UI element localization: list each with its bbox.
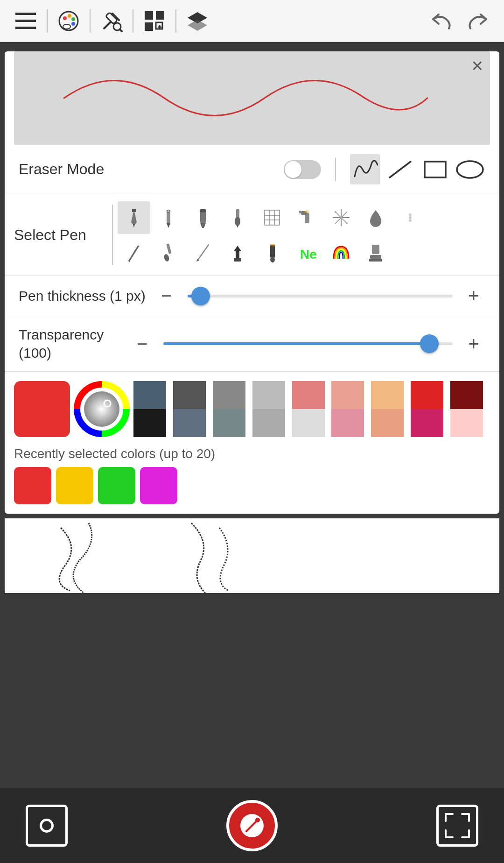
swatch-0-1[interactable]: [173, 381, 206, 409]
undo-button[interactable]: [425, 5, 457, 37]
canvas-area[interactable]: [5, 518, 499, 593]
pen-scroll-right[interactable]: [394, 201, 427, 234]
svg-point-54: [409, 213, 412, 216]
pen-tool-15[interactable]: Ne: [290, 236, 323, 269]
transparency-slider-track[interactable]: [163, 342, 453, 345]
ellipse-tool[interactable]: [455, 154, 485, 184]
svg-line-13: [120, 29, 122, 31]
layers-button[interactable]: [181, 5, 214, 37]
tools-button[interactable]: [95, 5, 128, 37]
swatch-0-6[interactable]: [371, 381, 404, 409]
pen-tool-1[interactable]: [118, 201, 150, 234]
current-color-swatch[interactable]: [14, 381, 70, 437]
svg-text:up: up: [270, 243, 275, 247]
close-button[interactable]: ×: [471, 56, 483, 76]
pen-tool-10[interactable]: [118, 236, 150, 269]
swatch-1-3[interactable]: [252, 409, 285, 437]
pen-tool-6[interactable]: up: [290, 201, 323, 234]
color-palette-row: [14, 381, 490, 437]
svg-rect-1: [15, 20, 36, 22]
squiggle-tool[interactable]: [350, 154, 380, 184]
recent-color-2[interactable]: [98, 467, 135, 504]
line-tool[interactable]: [385, 154, 415, 184]
svg-rect-2: [15, 27, 36, 29]
thickness-minus-button[interactable]: −: [155, 285, 178, 306]
svg-marker-37: [237, 225, 238, 228]
pen-tool-7[interactable]: [325, 201, 357, 234]
svg-point-51: [340, 216, 343, 219]
pen-tool-2[interactable]: [152, 201, 185, 234]
transparency-minus-button[interactable]: −: [131, 333, 154, 354]
svg-point-5: [68, 14, 71, 18]
recent-color-3[interactable]: [140, 467, 177, 504]
pen-tool-8[interactable]: [359, 201, 392, 234]
menu-button[interactable]: [9, 5, 42, 37]
svg-line-9: [104, 22, 111, 28]
pen-tool-12[interactable]: [187, 236, 219, 269]
thickness-slider-track[interactable]: [188, 295, 453, 297]
svg-marker-58: [128, 261, 130, 262]
pen-tool-14[interactable]: up: [256, 236, 288, 269]
pen-tool-5[interactable]: [256, 201, 288, 234]
thickness-plus-button[interactable]: +: [462, 285, 485, 306]
svg-rect-23: [425, 162, 446, 177]
svg-line-77: [246, 820, 258, 831]
transparency-plus-button[interactable]: +: [462, 333, 485, 354]
swatch-0-3[interactable]: [252, 381, 285, 409]
thickness-slider-thumb[interactable]: [191, 287, 210, 305]
recent-color-1[interactable]: [56, 467, 93, 504]
eraser-toggle[interactable]: [284, 160, 321, 179]
swatch-1-1[interactable]: [173, 409, 206, 437]
recently-selected-section: Recently selected colors (up to 20): [5, 442, 499, 514]
pen-tool-16[interactable]: [325, 236, 357, 269]
pen-tool-18: [394, 236, 427, 269]
swatch-0-2[interactable]: [213, 381, 245, 409]
pen-tool-13[interactable]: [221, 236, 254, 269]
svg-point-8: [63, 24, 70, 29]
capture-button[interactable]: [23, 802, 70, 849]
recently-selected-label: Recently selected colors (up to 20): [14, 446, 490, 461]
swatch-1-5[interactable]: [331, 409, 364, 437]
swatch-1-0[interactable]: [133, 409, 166, 437]
swatch-1-6[interactable]: [371, 409, 404, 437]
divider-4: [175, 9, 176, 33]
transparency-slider-thumb[interactable]: [420, 334, 439, 353]
dark-background: [0, 593, 504, 771]
svg-rect-70: [372, 245, 379, 254]
svg-rect-26: [132, 209, 136, 212]
redo-button[interactable]: [462, 5, 495, 37]
swatch-1-4[interactable]: [292, 409, 325, 437]
recent-color-0[interactable]: [14, 467, 51, 504]
swatch-0-7[interactable]: [411, 381, 443, 409]
palette-button[interactable]: [52, 5, 85, 37]
thickness-label: Pen thickness (1 px): [19, 288, 146, 304]
svg-line-61: [197, 245, 209, 261]
svg-point-45: [299, 211, 301, 213]
svg-line-22: [390, 162, 411, 177]
expand-button[interactable]: [434, 802, 481, 849]
swatch-0-4[interactable]: [292, 381, 325, 409]
svg-rect-71: [370, 255, 381, 259]
top-toolbar: [0, 0, 504, 42]
main-action-button[interactable]: [226, 800, 278, 851]
select-pen-row: Select Pen: [5, 194, 499, 276]
svg-point-60: [163, 254, 170, 262]
main-action-icon: [240, 814, 264, 837]
color-wheel-button[interactable]: [74, 381, 130, 437]
pen-tool-4[interactable]: [221, 201, 254, 234]
swatch-0-0[interactable]: [133, 381, 166, 409]
pen-tool-17[interactable]: [359, 236, 392, 269]
swatch-0-5[interactable]: [331, 381, 364, 409]
grid-button[interactable]: [138, 5, 171, 37]
swatch-1-2[interactable]: [213, 409, 245, 437]
swatch-0-8[interactable]: [450, 381, 483, 409]
svg-point-75: [84, 391, 119, 427]
recent-colors-row: [14, 467, 490, 504]
swatch-1-8[interactable]: [450, 409, 483, 437]
svg-rect-14: [145, 11, 153, 20]
rectangle-tool[interactable]: [420, 154, 450, 184]
transparency-row: Transparency (100) − +: [5, 316, 499, 372]
pen-tool-3[interactable]: [187, 201, 219, 234]
pen-tool-11[interactable]: [152, 236, 185, 269]
swatch-1-7[interactable]: [411, 409, 443, 437]
